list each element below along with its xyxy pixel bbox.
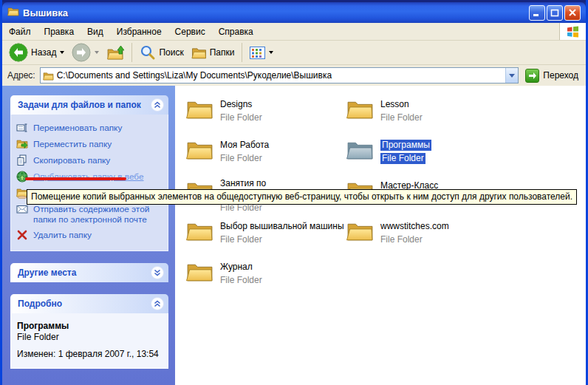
details-item-type: File Folder bbox=[17, 332, 162, 342]
other-places-title: Другие места bbox=[18, 268, 76, 278]
menu-favorites[interactable]: Избранное bbox=[110, 23, 168, 40]
folders-label: Папки bbox=[210, 47, 235, 58]
address-input[interactable]: C:\Documents and Settings\Liza\My Docume… bbox=[40, 67, 519, 84]
search-label: Поиск bbox=[159, 47, 183, 58]
copy-icon bbox=[16, 154, 28, 166]
search-button[interactable]: Поиск bbox=[136, 41, 187, 64]
up-folder-icon bbox=[106, 44, 124, 61]
folder-name: Моя Работа bbox=[220, 140, 269, 151]
folder-tile-zhurnal[interactable]: ЖурналFile Folder bbox=[185, 259, 346, 300]
menu-file[interactable]: Файл bbox=[2, 23, 38, 40]
address-folder-icon bbox=[43, 71, 54, 81]
folder-tile-vybor-mashiny[interactable]: Выбор вышивальной машиныFile Folder bbox=[185, 219, 346, 259]
menu-edit[interactable]: Правка bbox=[38, 23, 81, 40]
move-icon bbox=[16, 138, 28, 150]
close-button[interactable] bbox=[564, 5, 581, 21]
task-label: Переименовать папку bbox=[33, 123, 122, 133]
email-icon bbox=[16, 203, 28, 215]
chevron-down-icon bbox=[509, 74, 515, 78]
folder-type: File Folder bbox=[220, 153, 262, 164]
folder-tile-moya-rabota[interactable]: Моя РаботаFile Folder bbox=[185, 137, 346, 178]
go-arrow-icon bbox=[525, 69, 539, 83]
folder-type: File Folder bbox=[380, 234, 423, 245]
menu-tools[interactable]: Сервис bbox=[168, 23, 212, 40]
search-icon bbox=[140, 44, 156, 61]
folder-type: File Folder bbox=[380, 153, 425, 164]
expand-chevron-button[interactable] bbox=[151, 266, 164, 279]
address-value: C:\Documents and Settings\Liza\My Docume… bbox=[57, 70, 503, 81]
file-tasks-panel: Задачи для файлов и папок Переименовать … bbox=[10, 95, 168, 251]
folder-type: File Folder bbox=[220, 234, 262, 245]
folder-icon bbox=[346, 219, 374, 245]
folder-tile-programmy-selected[interactable]: ПрограммыFile Folder bbox=[346, 137, 506, 178]
folder-name: Выбор вышивальной машины bbox=[220, 221, 344, 232]
task-label: Переместить папку bbox=[33, 139, 112, 149]
window-folder-icon bbox=[7, 6, 19, 20]
collapse-chevron-button[interactable] bbox=[151, 98, 164, 112]
details-panel: Подробно Программы File Folder Изменен: … bbox=[10, 294, 168, 369]
folder-icon bbox=[185, 260, 213, 286]
toolbar-separator bbox=[131, 43, 132, 62]
address-dropdown-button[interactable] bbox=[505, 68, 518, 83]
menu-help[interactable]: Справка bbox=[212, 23, 260, 40]
delete-icon bbox=[16, 229, 28, 241]
file-tasks-title: Задачи для файлов и папок bbox=[18, 100, 141, 110]
forward-dropdown-icon[interactable] bbox=[95, 51, 99, 54]
folder-name: Программы bbox=[380, 140, 431, 151]
views-icon bbox=[250, 47, 265, 59]
folder-icon bbox=[185, 98, 213, 123]
up-button[interactable] bbox=[103, 41, 128, 64]
windows-logo-icon bbox=[560, 23, 586, 40]
forward-arrow-icon bbox=[72, 43, 91, 62]
views-button[interactable] bbox=[246, 41, 277, 64]
folder-icon bbox=[185, 219, 213, 245]
publish-tooltip: Помещение копий выбранных элементов на о… bbox=[27, 189, 577, 205]
publish-web-icon bbox=[16, 171, 28, 183]
details-header[interactable]: Подробно bbox=[10, 294, 168, 313]
folder-name: wwwstitches.com bbox=[380, 221, 449, 232]
folder-name: Designs bbox=[220, 99, 252, 110]
folder-type: File Folder bbox=[380, 112, 423, 123]
folder-icon-selected bbox=[346, 138, 374, 164]
folder-tile-lesson[interactable]: LessonFile Folder bbox=[346, 97, 506, 137]
back-dropdown-icon[interactable] bbox=[60, 51, 64, 54]
toolbar: Назад Поиск Папки bbox=[2, 41, 586, 65]
file-tasks-header[interactable]: Задачи для файлов и папок bbox=[10, 95, 168, 115]
other-places-header[interactable]: Другие места bbox=[10, 263, 168, 282]
title-bar[interactable]: Вышивка bbox=[2, 2, 586, 23]
folder-tile-wwwstitches[interactable]: wwwstitches.comFile Folder bbox=[346, 219, 506, 259]
minimize-button[interactable] bbox=[529, 5, 545, 21]
menu-spacer bbox=[260, 23, 560, 40]
collapse-chevron-button[interactable] bbox=[151, 297, 164, 310]
menu-bar: Файл Правка Вид Избранное Сервис Справка bbox=[2, 23, 586, 41]
task-label: Отправить содержимое этой папки по элект… bbox=[33, 204, 165, 225]
details-title: Подробно bbox=[18, 299, 62, 309]
folder-icon bbox=[185, 138, 213, 164]
file-list: DesignsFile Folder LessonFile Folder Моя… bbox=[175, 86, 586, 385]
task-email-folder[interactable]: Отправить содержимое этой папки по элект… bbox=[16, 202, 165, 228]
red-annotation-underline bbox=[25, 177, 126, 180]
toolbar-separator bbox=[242, 43, 242, 62]
folders-button[interactable]: Папки bbox=[188, 41, 239, 64]
menu-view[interactable]: Вид bbox=[81, 23, 110, 40]
task-copy-folder[interactable]: Скопировать папку bbox=[16, 153, 165, 169]
forward-button[interactable] bbox=[68, 41, 103, 64]
task-rename-folder[interactable]: Переименовать папку bbox=[16, 120, 165, 137]
folder-name: Журнал bbox=[220, 262, 253, 273]
go-button[interactable]: Переход bbox=[523, 69, 581, 83]
task-delete-folder[interactable]: Удалить папку bbox=[16, 228, 165, 244]
back-button[interactable]: Назад bbox=[5, 41, 68, 64]
folders-icon bbox=[191, 46, 207, 59]
window-title: Вышивка bbox=[23, 7, 525, 18]
task-move-folder[interactable]: Переместить папку bbox=[16, 137, 165, 153]
folder-type: File Folder bbox=[220, 112, 262, 123]
go-label: Переход bbox=[543, 70, 578, 81]
views-dropdown-icon[interactable] bbox=[269, 51, 273, 54]
address-bar: Адрес: C:\Documents and Settings\Liza\My… bbox=[2, 65, 586, 86]
task-label: Скопировать папку bbox=[33, 155, 110, 166]
maximize-button[interactable] bbox=[547, 5, 563, 21]
folder-tile-designs[interactable]: DesignsFile Folder bbox=[185, 97, 346, 137]
task-label: Удалить папку bbox=[33, 230, 92, 240]
folder-type: File Folder bbox=[220, 275, 262, 286]
back-label: Назад bbox=[31, 47, 56, 58]
